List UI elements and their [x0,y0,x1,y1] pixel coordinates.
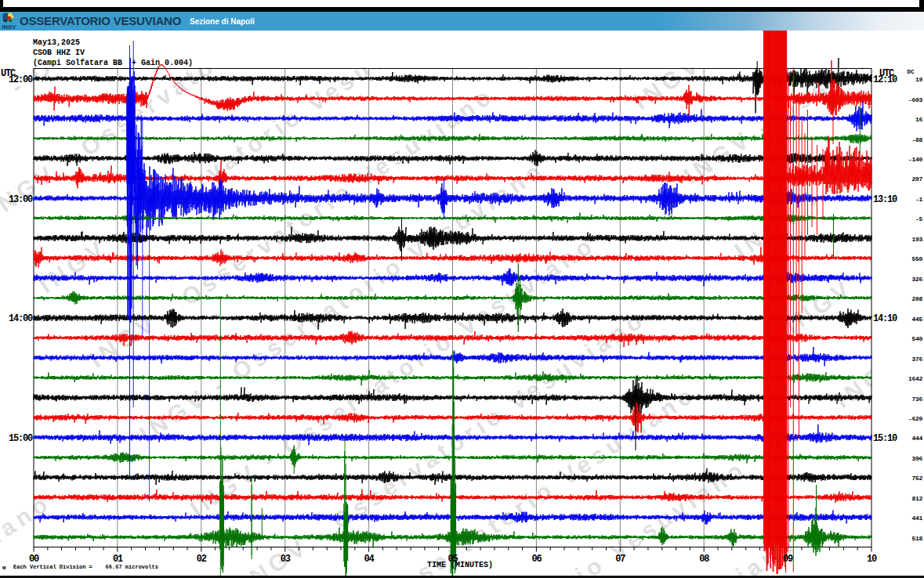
svg-text:INGV: INGV [2,23,16,31]
